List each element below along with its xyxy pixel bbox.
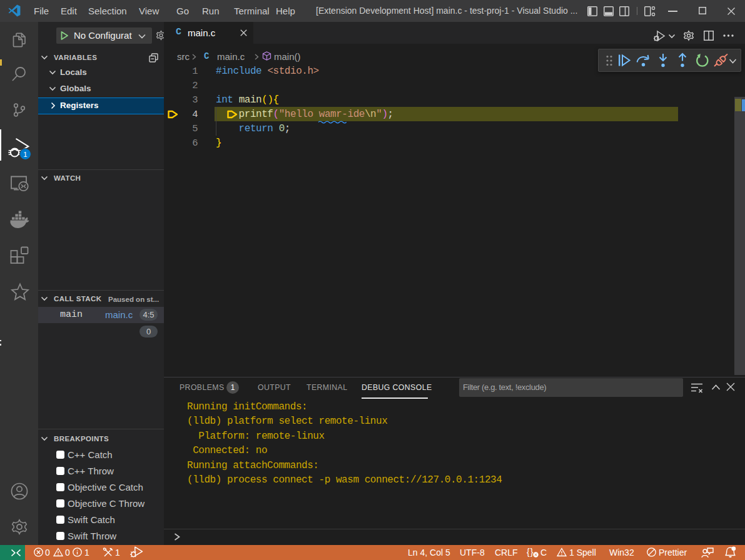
svg-text:1: 1 xyxy=(23,151,27,158)
